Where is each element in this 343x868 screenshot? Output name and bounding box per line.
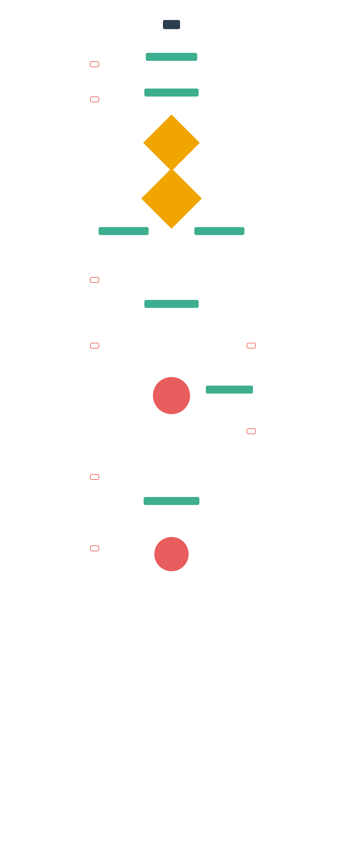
created-label — [90, 97, 99, 102]
init-events-node — [146, 53, 197, 61]
new-vue-label — [163, 20, 180, 29]
destroyed-label — [90, 546, 99, 551]
updated-label — [247, 428, 256, 434]
footnote — [109, 586, 234, 594]
updated-hook — [247, 428, 256, 435]
mounted-label — [90, 343, 99, 348]
has-template-diamond — [150, 177, 193, 220]
vdom-label — [206, 385, 253, 394]
before-mount-label — [90, 277, 99, 283]
compile-template-label — [98, 227, 149, 235]
compile-outerhtml-node — [194, 227, 245, 235]
diagram-container — [82, 0, 261, 868]
before-create-label — [90, 61, 99, 67]
before-destroy-label — [90, 474, 99, 480]
has-el-diamond — [151, 123, 192, 163]
init-events-label — [146, 53, 197, 61]
compile-outerhtml-label — [194, 227, 245, 235]
before-destroy-hook — [90, 474, 99, 481]
created-hook — [90, 97, 99, 103]
before-create-hook — [90, 61, 99, 68]
init-injections-node — [144, 89, 199, 97]
teardown-node — [144, 497, 200, 505]
init-injections-label — [144, 89, 199, 97]
destroyed-hook — [90, 546, 99, 552]
teardown-label — [144, 497, 200, 505]
new-vue-node — [163, 20, 180, 30]
create-vm-label — [144, 300, 199, 308]
destroyed-circle — [154, 537, 189, 571]
before-update-label — [247, 343, 256, 348]
vdom-node — [206, 385, 253, 394]
mounted-circle — [153, 377, 190, 414]
before-update-hook — [247, 343, 256, 350]
create-vm-node — [144, 300, 199, 308]
before-mount-hook — [90, 277, 99, 284]
mounted-hook — [90, 343, 99, 350]
compile-template-node — [98, 227, 149, 235]
